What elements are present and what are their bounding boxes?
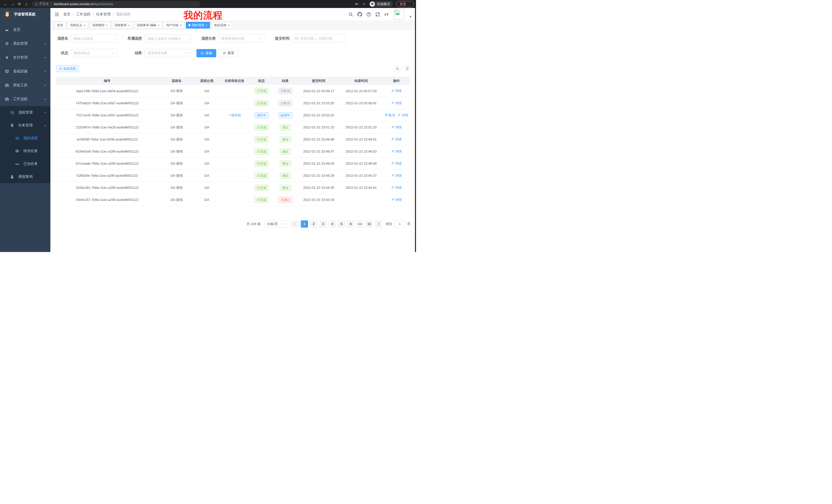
sidebar-item-2[interactable]: ¥支付管理 [0,51,50,64]
sidebar-item-7[interactable]: 任务管理 [0,119,50,132]
goto-page-input[interactable] [394,220,406,228]
start-process-button[interactable]: 发起流程 [56,65,79,72]
close-icon[interactable]: × [228,24,230,27]
browser-update-button[interactable]: 更新 ⋮ [396,1,414,7]
detail-action-link[interactable]: 详情 [391,186,402,190]
browser-forward-button[interactable]: → [9,1,16,7]
sidebar-collapse-icon[interactable] [54,12,59,17]
tab-3[interactable]: 流程表单× [112,22,133,29]
cell-submit-time: 2022-01-22 23:51:15 [297,121,340,133]
status-select[interactable]: 请选择状态 [71,49,117,57]
result-select[interactable]: 请选择流结果 [145,49,191,57]
page-button-3[interactable]: 3 [319,220,327,228]
sidebar-item-4[interactable]: 研发工具 [0,78,50,92]
edit-pen-icon [391,198,394,202]
sidebar-item-6[interactable]: 流程管理 [0,106,50,119]
page-button-2[interactable]: 2 [310,220,317,228]
date-separator: - [316,37,317,40]
detail-action-link[interactable]: 详情 [391,101,402,106]
sidebar-item-11[interactable]: 请假查询 [0,170,50,183]
tab-6[interactable]: 我的流程× [186,22,210,29]
detail-action-link[interactable]: 详情 [391,198,402,202]
tab-1[interactable]: 流程定义× [67,22,88,29]
status-placeholder: 请选择状态 [74,51,90,55]
detail-action-link[interactable]: 详情 [391,125,402,130]
edit-pen-icon [391,174,394,177]
process-name-input[interactable] [71,34,117,43]
detail-action-link[interactable]: 详情 [391,161,402,166]
detail-action-link[interactable]: 详情 [398,113,408,118]
sidebar-item-5[interactable]: 工作流程 [0,92,50,106]
refresh-table-button[interactable] [404,65,411,72]
close-icon[interactable]: × [83,24,86,27]
category-select[interactable]: 请选择流程分类 [218,34,265,43]
sidebar-item-label: 流程管理 [18,110,33,115]
tab-7[interactable]: 发起流程× [212,22,232,29]
close-icon[interactable]: × [106,24,108,27]
column-header-6: 提交时间 [297,77,340,85]
definition-input[interactable] [145,34,191,43]
column-header-4: 状态 [250,77,273,85]
breadcrumb-home[interactable]: 首页 [63,12,71,17]
tab-5[interactable]: 用户分组× [163,22,184,29]
cell-id: 52ffd28e-7b9a-11ec-a290-acde48001122 [56,170,159,181]
search-button[interactable]: 搜索 [197,49,216,57]
sidebar-item-8[interactable]: 我的流程 [0,132,50,145]
font-size-icon[interactable]: ᴛT [384,12,389,17]
tab-label: 流程模型 [92,23,105,27]
logo-row[interactable]: 芋道管理系统 [0,8,50,21]
avatar[interactable] [394,9,404,20]
bookmark-star-icon[interactable]: ☆ [362,2,366,6]
breadcrumb-workflow[interactable]: 工作流程 [76,12,90,17]
avatar-caret-icon[interactable]: ▼ [409,15,412,18]
detail-action-link[interactable]: 详情 [391,89,402,93]
sidebar-item-label: 请假查询 [18,174,33,179]
page-button-1[interactable]: 1 [301,220,308,228]
prev-page-button[interactable] [291,220,299,228]
page-button-5[interactable]: 5 [338,220,345,228]
column-header-7: 结束时间 [340,77,382,85]
close-icon[interactable]: × [180,24,182,27]
help-question-icon[interactable] [366,12,371,17]
browser-home-button[interactable]: ⌂ [23,1,30,7]
submit-time-range-picker[interactable]: 开始日期 - 结束日期 [292,34,345,43]
fullscreen-icon[interactable] [375,12,380,17]
sidebar-item-3[interactable]: 基础设施 [0,64,50,78]
password-key-icon[interactable] [355,2,359,6]
page-button-11[interactable]: 11 [366,220,373,228]
toggle-search-button[interactable] [394,65,401,72]
close-icon[interactable]: × [128,24,130,27]
result-badge: 通过 [280,185,291,191]
detail-action-label: 详情 [395,137,402,142]
browser-menu-icon[interactable]: ⋮ [408,2,411,6]
browser-back-button[interactable]: ← [2,1,9,7]
security-chip[interactable]: ⚠ 不安全 [35,2,49,6]
cell-status: 已完成 [250,85,273,97]
page-button-6[interactable]: 6 [347,220,354,228]
page-button-4[interactable]: 4 [329,220,336,228]
cancel-action-link[interactable]: 取消 [385,113,395,118]
browser-reload-button[interactable]: ⟳ [16,1,23,7]
tab-4[interactable]: 流程表单-编辑× [134,22,162,29]
sidebar-item-0[interactable]: 首页 [0,23,50,37]
detail-action-link[interactable]: 详情 [391,173,402,178]
header-search-icon[interactable] [348,12,353,17]
result-badge: 已取消 [278,88,293,94]
breadcrumb-task[interactable]: 任务管理 [96,12,110,17]
tab-2[interactable]: 流程模型× [90,22,110,29]
detail-action-link[interactable]: 详情 [391,149,402,154]
current-task-link[interactable]: 一级审批 [228,113,241,118]
sidebar-item-9[interactable]: 待办任务 [0,145,50,158]
address-bar[interactable]: ⚠ 不安全 dashboard.yudao.iocoder.cn /bpm/ta… [32,1,200,7]
close-icon[interactable]: × [158,24,160,27]
more-pages-button[interactable]: ••• [356,220,364,228]
tab-0[interactable]: 首页 [54,22,66,29]
reset-button[interactable]: ⟳ 重置 [219,49,238,57]
page-size-select[interactable]: 10条/页 [264,220,288,228]
sidebar-item-10[interactable]: 已办任务 [0,158,50,170]
sidebar-item-1[interactable]: ⚙系统管理 [0,37,50,51]
close-icon[interactable]: × [205,24,207,27]
next-page-button[interactable] [375,220,382,228]
detail-action-link[interactable]: 详情 [391,137,402,142]
github-icon[interactable] [357,12,362,17]
